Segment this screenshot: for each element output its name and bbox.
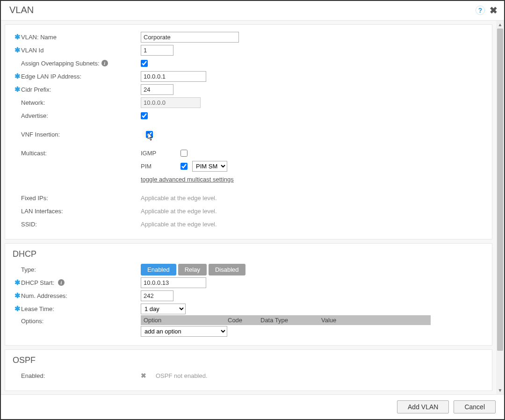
scrollbar[interactable]: ▲ ▼ [496, 21, 504, 394]
network-field [141, 97, 201, 108]
dialog-header: VLAN ? ✖ [1, 1, 504, 21]
advertise-label: Advertise: [21, 112, 48, 119]
close-icon[interactable]: ✖ [490, 6, 498, 15]
overlap-checkbox[interactable] [141, 60, 148, 67]
col-code: Code [228, 317, 260, 324]
col-option: Option [144, 317, 228, 324]
dhcp-type-label: Type: [21, 266, 36, 273]
fixed-ips-note: Applicable at the edge level. [141, 195, 217, 202]
col-value: Value [321, 317, 428, 324]
igmp-label: IGMP [141, 150, 162, 157]
add-option-select[interactable]: add an option [141, 326, 227, 337]
ssid-label: SSID: [21, 221, 37, 228]
scroll-thumb[interactable] [497, 29, 503, 351]
edge-ip-input[interactable] [141, 71, 206, 82]
dhcp-disabled-button[interactable]: Disabled [209, 264, 245, 275]
network-label: Network: [21, 99, 45, 106]
cancel-button[interactable]: Cancel [454, 400, 496, 413]
vlan-name-label: VLAN: Name [21, 34, 57, 41]
dhcp-start-input[interactable] [141, 277, 206, 288]
info-icon[interactable]: i [58, 279, 65, 286]
lease-select[interactable]: 1 day [141, 304, 186, 314]
dhcp-num-input[interactable] [141, 290, 173, 301]
dhcp-type-group: Enabled Relay Disabled [141, 264, 245, 275]
edge-ip-label: Edge LAN IP Address: [21, 73, 81, 80]
pim-mode-select[interactable]: PIM SM [192, 161, 227, 172]
vnf-checkbox[interactable] [146, 131, 153, 138]
scroll-up-icon[interactable]: ▲ [496, 21, 504, 29]
ospf-enabled-label: Enabled: [21, 372, 45, 379]
ospf-not-enabled: OSPF not enabled. [156, 372, 208, 379]
lease-label: Lease Time: [21, 305, 54, 312]
ssid-note: Applicable at the edge level. [141, 221, 217, 228]
dialog-title: VLAN [9, 5, 476, 15]
col-datatype: Data Type [260, 317, 321, 324]
vlan-name-input[interactable] [141, 32, 239, 43]
add-vlan-button[interactable]: Add VLAN [397, 400, 449, 413]
lan-if-note: Applicable at the edge level. [141, 208, 217, 215]
dhcp-start-label: DHCP Start: [21, 279, 54, 286]
dhcp-section: DHCP ✱Type: Enabled Relay Disabled ✱DHCP… [5, 243, 492, 346]
info-icon[interactable]: i [101, 60, 108, 66]
vlan-section: ✱VLAN: Name ✱VLAN Id ✱Assign Overlapping… [5, 24, 492, 239]
dhcp-enabled-button[interactable]: Enabled [141, 264, 176, 275]
options-label: Options: [21, 318, 43, 325]
pim-checkbox[interactable] [180, 163, 188, 170]
advertise-checkbox[interactable] [141, 112, 148, 119]
vlan-dialog: VLAN ? ✖ ✱VLAN: Name ✱VLAN Id ✱Assign Ov… [1, 1, 504, 419]
cidr-label: Cidr Prefix: [21, 86, 51, 93]
vnf-highlight [141, 129, 158, 140]
toggle-multicast-link[interactable]: toggle advanced multicast settings [141, 176, 234, 183]
vlan-id-input[interactable] [141, 45, 173, 56]
multicast-label: Multicast: [21, 150, 47, 157]
overlap-label: Assign Overlapping Subnets: [21, 60, 100, 67]
options-header: Option Code Data Type Value [141, 315, 431, 325]
dialog-footer: Add VLAN Cancel [1, 394, 504, 419]
dhcp-title: DHCP [13, 249, 483, 259]
dhcp-num-label: Num. Addresses: [21, 292, 67, 299]
content-wrap: ✱VLAN: Name ✱VLAN Id ✱Assign Overlapping… [1, 21, 504, 394]
content-scroll: ✱VLAN: Name ✱VLAN Id ✱Assign Overlapping… [1, 21, 496, 394]
fixed-ips-label: Fixed IPs: [21, 195, 48, 202]
ospf-title: OSPF [13, 355, 483, 365]
vlan-id-label: VLAN Id [21, 47, 43, 54]
pim-label: PIM [141, 163, 162, 170]
ospf-section: OSPF ✱Enabled: ✖ OSPF not enabled. [5, 349, 492, 391]
vnf-label: VNF Insertion: [21, 131, 60, 138]
lan-if-label: LAN Interfaces: [21, 208, 63, 215]
dhcp-relay-button[interactable]: Relay [178, 264, 207, 275]
igmp-checkbox[interactable] [180, 150, 188, 157]
help-icon[interactable]: ? [476, 6, 485, 15]
cidr-input[interactable] [141, 84, 173, 95]
ospf-x-icon: ✖ [141, 372, 146, 379]
scroll-down-icon[interactable]: ▼ [496, 386, 504, 394]
